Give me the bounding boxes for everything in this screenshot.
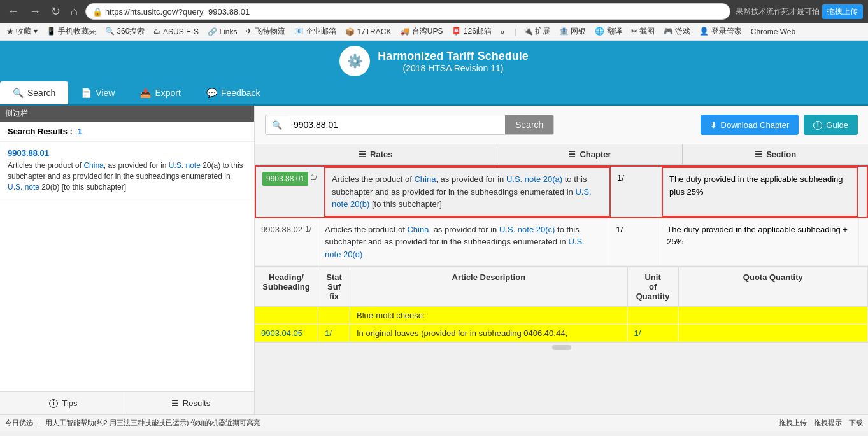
upload-button[interactable]: 拖拽上传	[822, 4, 863, 19]
download-chapter-label: Download Chapter	[721, 120, 790, 130]
row1-rate-link[interactable]: 1/	[617, 173, 624, 183]
bookmark-chrome[interactable]: Chrome Web	[748, 26, 798, 38]
tab-search[interactable]: 🔍 Search	[0, 81, 68, 104]
row2-duty-cell: The duty provided in the applicable subh…	[660, 218, 859, 266]
row1-duty-cell: The duty provided in the applicable subh…	[662, 167, 858, 217]
th-heading: Heading/Subheading	[255, 267, 318, 306]
td1-desc: Blue-mold cheese:	[350, 307, 628, 324]
header-title-main: Harmonized Tariff Schedule	[378, 50, 529, 63]
bookmark-extensions[interactable]: 🔌 扩展	[521, 25, 553, 38]
row2-note20d-link: U.S. note 20(d)	[325, 237, 585, 259]
table-data-row-2: 9903.04.05 1/ In original loaves (provid…	[255, 325, 868, 342]
bookmark-mobile[interactable]: 📱 手机收藏夹	[44, 25, 99, 38]
bookmark-126[interactable]: 📮 126邮箱	[449, 25, 494, 38]
header-title-sub: (2018 HTSA Revision 11)	[378, 63, 529, 73]
tab-feedback[interactable]: 💬 Feedback	[194, 81, 273, 104]
status-bar: 今日优选 | 用人工智能帮助(约2 用三法三种技能技已运示) 你知的机器近期可高…	[0, 414, 868, 431]
bookmark-email[interactable]: 📧 企业邮箱	[292, 25, 339, 38]
td1-heading	[255, 307, 318, 324]
status-text-1: 今日优选	[5, 418, 33, 428]
data-row-highlighted: 9903.88.01 1/ Articles the product of Ch…	[255, 165, 868, 218]
sidebar-label: 侧边栏	[5, 109, 28, 118]
sidebar-footer: i Tips ☰ Results	[0, 391, 254, 414]
row2-rate-link[interactable]: 1/	[616, 225, 623, 234]
td1-desc-text: Blue-mold cheese:	[357, 311, 425, 320]
bookmark-links[interactable]: 🔗 Links	[205, 26, 239, 38]
td1-stat	[318, 307, 350, 324]
search-input[interactable]	[288, 116, 505, 134]
search-icon: 🔍	[266, 116, 288, 134]
row2-scrollbar	[859, 218, 868, 266]
col-header-chapter: ☰ Chapter	[497, 144, 683, 164]
tab-view[interactable]: 📄 View	[68, 81, 127, 104]
rates-header-label: Rates	[370, 150, 392, 159]
td2-heading: 9903.04.05	[255, 325, 318, 342]
address-bar[interactable]: 🔒 https://hts.usitc.gov/?query=9903.88.0…	[85, 3, 730, 20]
forward-button[interactable]: →	[27, 4, 43, 20]
sidebar-result-item[interactable]: 9903.88.01 Articles the product of China…	[0, 142, 254, 199]
home-button[interactable]: ⌂	[68, 4, 80, 20]
tips-button[interactable]: i Tips	[0, 392, 127, 414]
export-tab-icon: 📤	[140, 88, 151, 98]
row2-note20c-link: U.S. note 20(c)	[499, 225, 555, 234]
guide-button[interactable]: i Guide	[804, 115, 858, 135]
row1-description: Articles the product of China, as provid…	[324, 167, 611, 217]
td2-desc-text: In original loaves (provided for in subh…	[357, 328, 567, 338]
page-header: ⚙️ Harmonized Tariff Schedule (2018 HTSA…	[0, 41, 868, 81]
row1-note20b-link: U.S. note 20(b)	[332, 187, 592, 209]
td2-stat: 1/	[318, 325, 350, 342]
bookmark-ups[interactable]: 🚚 台湾UPS	[397, 25, 445, 38]
status-right: 拖拽上传 拖拽提示 下载	[779, 418, 863, 428]
search-actions: ⬇ Download Chapter i Guide	[701, 115, 858, 135]
browser-right-text: 果然技术流作死才最可怕	[736, 6, 820, 17]
bookmark-more[interactable]: »	[498, 26, 508, 38]
row2-china-link: China	[407, 225, 429, 234]
bookmark-games[interactable]: 🎮 游戏	[661, 25, 693, 38]
download-chapter-button[interactable]: ⬇ Download Chapter	[701, 115, 799, 135]
th-article-desc: Article Description	[350, 267, 628, 306]
highlight-us-note-1: U.S. note	[169, 161, 201, 170]
table-header-row: Heading/Subheading StatSuffix Article De…	[255, 267, 868, 307]
td2-unit-link[interactable]: 1/	[634, 328, 641, 338]
tab-export[interactable]: 📤 Export	[127, 81, 193, 104]
horizontal-scrollbar[interactable]	[255, 342, 868, 351]
results-button[interactable]: ☰ Results	[127, 392, 254, 414]
page-title: Harmonized Tariff Schedule (2018 HTSA Re…	[378, 50, 529, 73]
browser-actions: 果然技术流作死才最可怕 拖拽上传	[736, 4, 863, 19]
status-action-3[interactable]: 下载	[849, 419, 863, 426]
search-results-header: Search Results : 1	[0, 122, 254, 142]
bookmarks-bar: ★ 收藏 ▾ 📱 手机收藏夹 🔍 360搜索 🗂 ASUS E-S 🔗 Link…	[0, 23, 868, 41]
site-logo: ⚙️	[339, 46, 370, 76]
status-action-1[interactable]: 拖拽上传	[779, 419, 807, 426]
col-header-rates: ☰ Rates	[255, 144, 497, 164]
bookmark-translate[interactable]: 🌐 翻译	[592, 25, 624, 38]
back-button[interactable]: ←	[5, 4, 22, 20]
search-button[interactable]: Search	[505, 115, 553, 134]
right-panel: 🔍 Search ⬇ Download Chapter i Guide ☰	[255, 106, 868, 414]
td1-quota	[679, 307, 868, 324]
status-sep-1: |	[38, 419, 40, 427]
bookmark-asus[interactable]: 🗂 ASUS E-S	[151, 26, 201, 38]
table-section: Heading/Subheading StatSuffix Article De…	[255, 266, 868, 342]
bookmark-17track[interactable]: 📦 17TRACK	[343, 26, 394, 38]
row1-china-link: China	[414, 174, 436, 184]
bookmark-account[interactable]: 👤 登录管家	[697, 25, 744, 38]
th-quota: Quota Quantity	[679, 267, 868, 306]
table-data-row-1: Blue-mold cheese:	[255, 307, 868, 325]
td2-unit: 1/	[628, 325, 679, 342]
th-stat: StatSuffix	[318, 267, 350, 306]
section-header-label: Section	[766, 150, 796, 159]
results-footer-label: Results	[183, 398, 210, 408]
reload-button[interactable]: ↻	[48, 3, 63, 20]
tips-icon: i	[49, 399, 58, 408]
bookmark-logistics[interactable]: ✈ 飞特物流	[243, 25, 287, 38]
status-action-2[interactable]: 拖拽提示	[814, 419, 842, 426]
bookmark-360[interactable]: 🔍 360搜索	[103, 25, 147, 38]
bookmark-banking[interactable]: 🏦 网银	[557, 25, 588, 38]
th-unit: UnitofQuantity	[628, 267, 679, 306]
row1-scrollbar	[858, 167, 867, 217]
td2-stat-link[interactable]: 1/	[325, 328, 332, 338]
td2-code: 9903.04.05	[261, 328, 302, 338]
bookmark-collections[interactable]: ★ 收藏 ▾	[4, 25, 40, 38]
bookmark-screenshot[interactable]: ✂ 截图	[629, 25, 657, 38]
